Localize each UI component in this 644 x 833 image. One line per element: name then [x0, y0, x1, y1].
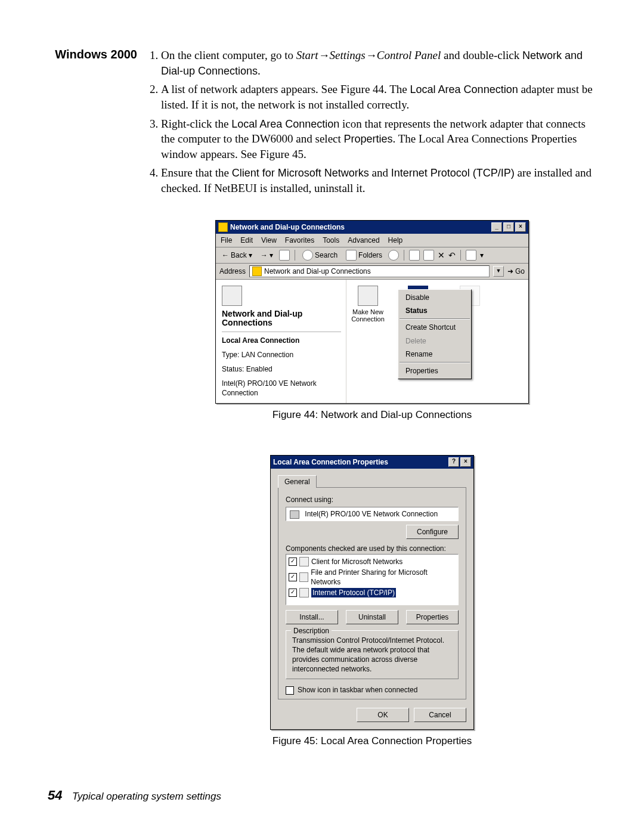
checkbox-icon[interactable]: ✓ — [289, 589, 297, 597]
address-dropdown-icon[interactable]: ▼ — [493, 266, 504, 277]
help-button[interactable]: ? — [448, 457, 459, 467]
go-icon: ➜ — [507, 267, 513, 276]
menu-tools[interactable]: Tools — [323, 236, 339, 245]
dialog-lac-properties: Local Area Connection Properties ? × Gen… — [270, 455, 474, 730]
toolbar: ← Back ▾ → ▾ Search Folders ✕ ↶ ▾ — [216, 247, 528, 264]
window-titlebar[interactable]: Network and Dial-up Connections _ □ × — [216, 221, 528, 234]
properties-button[interactable]: Properties — [406, 610, 459, 624]
make-new-connection-icon[interactable]: Make NewConnection — [351, 286, 385, 323]
ctx-rename[interactable]: Rename — [400, 348, 470, 361]
folder-icon — [252, 267, 262, 276]
folders-icon — [346, 250, 357, 261]
ok-button[interactable]: OK — [357, 708, 409, 722]
checkbox-icon[interactable]: ✓ — [289, 558, 297, 566]
menubar[interactable]: File Edit View Favorites Tools Advanced … — [216, 234, 528, 247]
ctx-delete: Delete — [400, 335, 470, 348]
menu-edit[interactable]: Edit — [240, 236, 253, 245]
component-file-printer-sharing[interactable]: ✓ File and Printer Sharing for Microsoft… — [289, 568, 456, 587]
ctx-status[interactable]: Status — [400, 304, 470, 317]
address-input[interactable]: Network and Dial-up Connections — [249, 265, 490, 277]
nic-icon — [290, 510, 299, 519]
uninstall-button[interactable]: Uninstall — [346, 610, 398, 624]
tab-general[interactable]: General — [278, 475, 317, 488]
figure-44-caption: Figure 44: Network and Dial-up Connectio… — [148, 408, 596, 422]
page-number: 54 — [48, 788, 62, 803]
ctx-properties[interactable]: Properties — [400, 364, 470, 377]
share-icon — [299, 572, 309, 582]
step-2: A list of network adapters appears. See … — [161, 82, 596, 112]
menu-view[interactable]: View — [261, 236, 277, 245]
step-3: Right-click the Local Area Connection ic… — [161, 116, 596, 162]
folder-icon — [218, 222, 228, 232]
search-icon — [302, 250, 313, 261]
up-icon[interactable] — [279, 250, 290, 261]
description-text: Transmission Control Protocol/Internet P… — [292, 636, 452, 674]
menu-favorites[interactable]: Favorites — [285, 236, 314, 245]
address-bar: Address Network and Dial-up Connections … — [216, 264, 528, 280]
undo-icon[interactable]: ↶ — [448, 250, 456, 261]
go-button[interactable]: ➜ Go — [507, 267, 525, 276]
info-pane: Network and Dial-up Connections Local Ar… — [216, 280, 346, 403]
folders-button[interactable]: Folders — [343, 249, 385, 261]
component-client-ms-networks[interactable]: ✓ Client for Microsoft Networks — [289, 557, 456, 566]
close-button[interactable]: × — [460, 457, 471, 467]
figure-44: Network and Dial-up Connections _ □ × Fi… — [148, 220, 596, 422]
menu-file[interactable]: File — [221, 236, 232, 245]
window-network-connections: Network and Dial-up Connections _ □ × Fi… — [215, 220, 529, 404]
checkbox-icon[interactable] — [286, 686, 294, 695]
ctx-disable[interactable]: Disable — [400, 291, 470, 304]
cancel-button[interactable]: Cancel — [414, 708, 466, 722]
dialog-titlebar[interactable]: Local Area Connection Properties ? × — [271, 456, 473, 469]
forward-button[interactable]: → ▾ — [258, 250, 275, 261]
figure-45: Local Area Connection Properties ? × Gen… — [148, 455, 596, 748]
figure-45-caption: Figure 45: Local Area Connection Propert… — [148, 735, 596, 748]
menu-advanced[interactable]: Advanced — [348, 236, 379, 245]
step-1: On the client computer, go to Start→Sett… — [161, 48, 596, 78]
page-section-title: Typical operating system settings — [72, 791, 221, 802]
wizard-icon — [358, 286, 378, 306]
configure-button[interactable]: Configure — [406, 525, 459, 539]
ctx-create-shortcut[interactable]: Create Shortcut — [400, 321, 470, 334]
tab-strip: General — [278, 475, 466, 488]
install-button[interactable]: Install... — [286, 610, 338, 624]
network-folder-icon — [222, 286, 242, 306]
address-label: Address — [219, 267, 246, 276]
search-button[interactable]: Search — [300, 249, 340, 261]
copy-to-icon[interactable] — [423, 250, 434, 261]
protocol-icon — [299, 588, 309, 597]
show-icon-checkbox[interactable]: Show icon in taskbar when connected — [286, 685, 459, 695]
components-list[interactable]: ✓ Client for Microsoft Networks ✓ File a… — [286, 554, 459, 605]
component-tcpip[interactable]: ✓ Internet Protocol (TCP/IP) — [289, 588, 456, 597]
close-button[interactable]: × — [515, 222, 526, 232]
connect-using-label: Connect using: — [286, 495, 459, 504]
move-to-icon[interactable] — [409, 250, 420, 261]
back-button[interactable]: ← Back ▾ — [219, 250, 255, 261]
components-label: Components checked are used by this conn… — [286, 544, 459, 553]
menu-help[interactable]: Help — [388, 236, 403, 245]
section-heading: Windows 2000 — [48, 48, 137, 748]
views-icon[interactable] — [466, 250, 476, 261]
minimize-button[interactable]: _ — [491, 222, 502, 232]
connect-using-value: Intel(R) PRO/100 VE Network Connection — [286, 507, 459, 521]
history-icon[interactable] — [388, 250, 399, 261]
client-icon — [299, 557, 309, 566]
delete-icon[interactable]: ✕ — [438, 250, 445, 261]
checkbox-icon[interactable]: ✓ — [289, 573, 297, 581]
description-group: Transmission Control Protocol/Internet P… — [286, 630, 459, 680]
context-menu[interactable]: Disable Status Create Shortcut Delete Re… — [398, 289, 472, 379]
step-4: Ensure that the Client for Microsoft Net… — [161, 165, 596, 196]
page-footer: 54 Typical operating system settings — [48, 788, 221, 803]
maximize-button[interactable]: □ — [503, 222, 514, 232]
